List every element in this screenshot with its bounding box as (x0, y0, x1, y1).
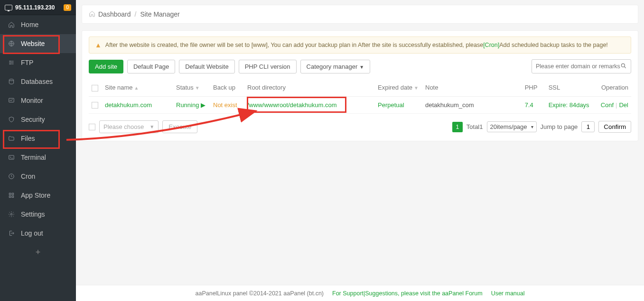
sidebar-item-label: Security (21, 116, 45, 123)
op-separator: | (616, 101, 617, 109)
sidebar-item-home[interactable]: Home (0, 15, 76, 34)
search-input[interactable] (536, 63, 620, 70)
footer-manual-link[interactable]: User manual (491, 290, 525, 297)
warning-banner: ▲ After the website is created, the file… (89, 36, 631, 54)
svg-point-1 (9, 79, 13, 81)
row-checkbox[interactable] (92, 102, 98, 109)
svg-rect-3 (9, 155, 14, 159)
footer-support-link[interactable]: For Support|Suggestions, please visit th… (332, 290, 483, 297)
bulk-select-label: Please choose (103, 123, 144, 130)
chart-icon (8, 97, 15, 104)
monitor-icon (5, 5, 12, 10)
apps-icon (8, 192, 15, 199)
sidebar-item-label: Databases (21, 78, 53, 85)
jump-page-input[interactable] (581, 121, 595, 132)
sidebar-header: 95.111.193.230 0 (0, 0, 76, 15)
confirm-page-button[interactable]: Confirm (598, 121, 631, 133)
sidebar-item-files[interactable]: Files (0, 129, 76, 148)
sort-icon: ▼ (414, 85, 419, 91)
conf-link[interactable]: Conf (601, 101, 614, 109)
breadcrumb-separator: / (135, 10, 137, 18)
breadcrumb-root[interactable]: Dashboard (98, 10, 131, 18)
sort-icon: ▲ (134, 85, 139, 91)
warning-text-before: After the website is created, the file o… (105, 42, 483, 48)
execute-button[interactable]: Execute (162, 120, 197, 133)
select-all-checkbox[interactable] (92, 85, 98, 91)
sidebar-item-ftp[interactable]: FTP (0, 53, 76, 72)
col-site[interactable]: Site name (105, 84, 133, 91)
footer: aaPanelLinux panel ©2014-2021 aaPanel (b… (76, 285, 644, 301)
sidebar-item-label: Files (21, 135, 35, 142)
sidebar-item-terminal[interactable]: Terminal (0, 148, 76, 167)
bulk-action-select[interactable]: Please choose ▼ (99, 120, 159, 133)
sidebar-item-monitor[interactable]: Monitor (0, 91, 76, 110)
jump-label: Jump to page (541, 123, 578, 130)
add-site-button[interactable]: Add site (89, 60, 123, 73)
sidebar-item-label: Website (21, 40, 45, 47)
sidebar-item-security[interactable]: Security (0, 110, 76, 129)
warning-cron-link[interactable]: [Cron] (483, 42, 499, 48)
col-root: Root directory (244, 79, 375, 96)
breadcrumb-page: Site Manager (140, 10, 179, 18)
php-cli-button[interactable]: PHP CLI version (239, 60, 297, 73)
col-php: PHP (522, 79, 546, 96)
category-manager-button[interactable]: Category manager▼ (300, 60, 371, 73)
sidebar-item-cron[interactable]: Cron (0, 167, 76, 186)
toolbar: Add site Default Page Default Website PH… (89, 59, 631, 73)
sidebar-item-appstore[interactable]: App Store (0, 186, 76, 205)
sidebar-item-label: App Store (21, 192, 50, 199)
sidebar-add-button[interactable]: + (0, 243, 76, 262)
sidebar-item-label: Cron (21, 173, 35, 180)
sidebar-item-website[interactable]: Website (0, 34, 76, 53)
notification-badge[interactable]: 0 (64, 4, 71, 11)
table-footer: Please choose ▼ Execute 1 Total1 20items… (89, 120, 631, 133)
default-page-button[interactable]: Default Page (127, 60, 175, 73)
table-row: detakhukum.com Running▶ Not exist /www/w… (89, 96, 631, 114)
main-content: Dashboard / Site Manager ▲ After the web… (76, 0, 644, 285)
col-backup: Back up (210, 79, 244, 96)
home-icon (8, 21, 15, 28)
site-panel: ▲ After the website is created, the file… (82, 30, 638, 141)
sidebar-item-settings[interactable]: Settings (0, 205, 76, 224)
breadcrumb-home-icon[interactable] (89, 10, 95, 18)
php-version-link[interactable]: 7.4 (525, 101, 533, 109)
status-running[interactable]: Running▶ (176, 101, 205, 109)
site-name-link[interactable]: detakhukum.com (105, 101, 152, 109)
bulk-checkbox[interactable] (89, 124, 95, 130)
server-ip: 95.111.193.230 (15, 4, 64, 11)
shield-icon (8, 116, 15, 123)
col-ssl: SSL (546, 79, 598, 96)
col-note: Note (422, 79, 522, 96)
svg-point-10 (621, 64, 625, 67)
caret-down-icon: ▾ (531, 124, 533, 129)
pagination: 1 Total1 20items/page ▾ Jump to page Con… (452, 121, 631, 133)
col-status[interactable]: Status (176, 84, 194, 91)
col-expired[interactable]: Expired date (378, 84, 412, 91)
note-cell[interactable]: detakhukum_com (422, 96, 522, 114)
ssl-expire-link[interactable]: Expire: 84days (549, 101, 589, 109)
col-operation: Operation (598, 79, 631, 96)
sidebar-item-logout[interactable]: Log out (0, 224, 76, 243)
page-current[interactable]: 1 (452, 122, 463, 132)
sidebar-item-label: Log out (21, 229, 43, 237)
category-manager-label: Category manager (307, 63, 358, 70)
default-website-button[interactable]: Default Website (179, 60, 235, 73)
search-box[interactable] (532, 59, 631, 73)
sidebar: 95.111.193.230 0 Home Website FTP Databa… (0, 0, 76, 301)
expired-date[interactable]: Perpetual (378, 101, 404, 109)
gear-icon (8, 210, 15, 218)
sidebar-item-databases[interactable]: Databases (0, 72, 76, 91)
del-link[interactable]: Del (619, 101, 628, 109)
items-per-page-select[interactable]: 20items/page ▾ (487, 121, 537, 132)
terminal-icon (8, 154, 15, 161)
root-directory-link[interactable]: /www/wwwroot/detakhukum.com (247, 101, 337, 109)
total-label: Total1 (467, 123, 483, 130)
sites-table: Site name▲ Status▼ Back up Root director… (89, 79, 631, 114)
svg-rect-8 (12, 196, 14, 198)
search-icon[interactable] (620, 63, 627, 71)
backup-link[interactable]: Not exist (213, 101, 237, 109)
caret-down-icon: ▼ (359, 64, 364, 70)
sidebar-item-label: Terminal (21, 154, 46, 161)
svg-rect-6 (12, 193, 14, 195)
svg-point-9 (10, 213, 12, 215)
